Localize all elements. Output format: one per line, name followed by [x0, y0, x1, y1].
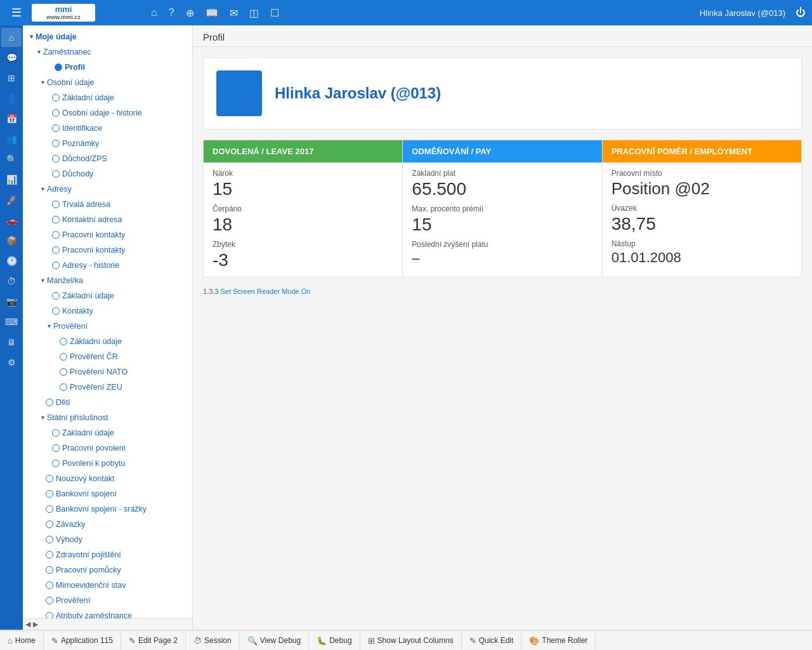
- footer-application-label: Application 115: [61, 636, 113, 645]
- tree-identifikace[interactable]: Identifikace: [23, 121, 192, 136]
- tree-zdravotni[interactable]: Zdravotní pojištění: [23, 547, 192, 562]
- tree-zakladni-statni[interactable]: Základní údaje: [23, 425, 192, 441]
- tree-vyhody[interactable]: Výhody: [23, 532, 192, 547]
- sidebar-search-icon[interactable]: 🔍: [1, 150, 22, 169]
- leaf-circle-27: [46, 551, 53, 559]
- tree-statni-label: Státní příslušnost: [47, 411, 190, 424]
- sidebar-chart-icon[interactable]: 📊: [1, 170, 22, 189]
- tree-pracovni-kontakty-1[interactable]: Pracovní kontakty: [23, 227, 192, 242]
- logout-icon[interactable]: ⏻: [796, 7, 806, 18]
- screen-reader-link[interactable]: Set Screen Reader Mode On: [221, 288, 311, 295]
- tree-atributy[interactable]: Atributy zaměstnance: [23, 608, 192, 618]
- tree-provereni-parent[interactable]: ▾ Prověření: [23, 319, 192, 334]
- sidebar-car-icon[interactable]: 🚗: [1, 211, 22, 230]
- sidebar-person-icon[interactable]: 👤: [1, 89, 22, 108]
- leaf-circle-8: [52, 216, 60, 223]
- screen2-nav-icon[interactable]: ☐: [270, 7, 279, 19]
- tree-kontakty-manzel[interactable]: Kontakty: [23, 303, 192, 319]
- tree-zavazky[interactable]: Závazky: [23, 517, 192, 532]
- tree-duchodzps[interactable]: Důchod/ZPS: [23, 151, 192, 166]
- footer-edit-page[interactable]: ✎ Edit Page 2: [121, 631, 186, 650]
- tree-kontaktni[interactable]: Kontaktní adresa: [23, 212, 192, 227]
- footer-layout-columns[interactable]: ⊞ Show Layout Columns: [360, 631, 462, 650]
- leaf-circle-16: [60, 368, 67, 376]
- hamburger-button[interactable]: ☰: [6, 3, 27, 22]
- sidebar-settings-icon[interactable]: ⚙: [1, 353, 22, 372]
- screen1-nav-icon[interactable]: ◫: [249, 7, 259, 19]
- tree-provereni-zeu[interactable]: Prověření ZEU: [23, 380, 192, 395]
- tree-provereni-cr[interactable]: Prověření ČR: [23, 349, 192, 364]
- tree-zakladni-manzel[interactable]: Základní údaje: [23, 288, 192, 303]
- info-cards: DOVOLENÁ / LEAVE 2017 Nárok 15 Čerpáno 1…: [203, 140, 802, 277]
- tree-adresy-label: Adresy: [47, 183, 190, 196]
- tree-adresy-historie[interactable]: Adresy - historie: [23, 258, 192, 273]
- tree-nouzovy[interactable]: Nouzový kontakt: [23, 471, 192, 486]
- sidebar-rocket-icon[interactable]: 🚀: [1, 190, 22, 209]
- footer-application[interactable]: ✎ Application 115: [44, 631, 121, 650]
- tree-zakladni-udaje-1[interactable]: Základní údaje: [23, 90, 192, 105]
- leaf-circle-19: [52, 429, 60, 437]
- footer-theme-roller[interactable]: 🎨 Theme Roller: [521, 631, 596, 650]
- tree-pracovni-povoleni[interactable]: Pracovní povolení: [23, 441, 192, 456]
- tree-mimoevidencni[interactable]: Mimoevidenční stav: [23, 578, 192, 593]
- tree-provereni-leaf[interactable]: Prověření: [23, 593, 192, 608]
- tree-povoleni-pobyt[interactable]: Povolení k pobytu: [23, 456, 192, 471]
- footer-view-debug[interactable]: 🔍 View Debug: [240, 631, 310, 650]
- sidebar-time-icon[interactable]: ⏱: [1, 272, 22, 291]
- tree-zakladni-provereni[interactable]: Základní údaje: [23, 334, 192, 349]
- sidebar-grid-icon[interactable]: ⊞: [1, 69, 22, 88]
- tree-zamestnanec[interactable]: ▾ Zaměstnanec: [23, 44, 192, 60]
- tree-pracovni-pomucky[interactable]: Pracovní pomůcky: [23, 562, 192, 578]
- footer-quick-edit[interactable]: ✎ Quick Edit: [462, 631, 522, 650]
- leaf-circle-18: [46, 399, 53, 406]
- sidebar-calendar-icon[interactable]: 📅: [1, 109, 22, 128]
- footer-session-label: Session: [204, 636, 232, 645]
- sidebar-box-icon[interactable]: 📦: [1, 231, 22, 250]
- leaf-circle-13: [52, 307, 60, 315]
- tree-bankovni-srazky[interactable]: Bankovní spojení - srážky: [23, 501, 192, 517]
- statni-toggle: ▾: [38, 413, 47, 423]
- home-nav-icon[interactable]: ⌂: [151, 7, 157, 18]
- mail-nav-icon[interactable]: ✉: [230, 7, 238, 19]
- apps-nav-icon[interactable]: ⊕: [186, 7, 194, 19]
- root-toggle-icon: ▾: [27, 32, 36, 42]
- tree-root[interactable]: ▾ Moje údaje: [23, 29, 192, 44]
- leaf-circle-9: [52, 231, 60, 239]
- sidebar-camera-icon[interactable]: 📷: [1, 292, 22, 311]
- tree-bankovni[interactable]: Bankovní spojení: [23, 486, 192, 501]
- sidebar-group-icon[interactable]: 👥: [1, 129, 22, 149]
- sidebar-chat-icon[interactable]: 💬: [1, 48, 22, 67]
- nav-prev-icon[interactable]: ◀: [25, 620, 30, 628]
- book-nav-icon[interactable]: 📖: [206, 7, 218, 19]
- leaf-circle-7: [52, 201, 60, 208]
- tree-trvala[interactable]: Trvalá adresa: [23, 197, 192, 212]
- tree-statni[interactable]: ▾ Státní příslušnost: [23, 410, 192, 425]
- tree-adresy[interactable]: ▾ Adresy: [23, 182, 192, 197]
- sidebar-clock-icon[interactable]: 🕐: [1, 251, 22, 270]
- help-nav-icon[interactable]: ?: [169, 7, 174, 18]
- tree-profil[interactable]: Profil: [23, 60, 192, 75]
- tree-provereni-nato[interactable]: Prověření NATO: [23, 364, 192, 380]
- leaf-circle-10: [52, 246, 60, 254]
- tree-osobni-label: Osobní údaje: [47, 76, 190, 89]
- tree-poznamky[interactable]: Poznámky: [23, 136, 192, 151]
- tree-duchody[interactable]: Důchody: [23, 166, 192, 182]
- leaf-circle-3: [52, 124, 60, 132]
- sidebar-code-icon[interactable]: ⌨: [1, 312, 22, 331]
- user-name-label[interactable]: Hlinka Jaroslav (@013): [700, 8, 785, 18]
- footer-home[interactable]: ⌂ Home: [0, 631, 44, 650]
- footer-session[interactable]: ⏱ Session: [186, 631, 240, 650]
- emp-nastup-value: 01.01.2008: [612, 249, 792, 266]
- tree-osobni-historie[interactable]: Osobní údaje - historie: [23, 105, 192, 121]
- nav-tree-scroll[interactable]: ▾ Moje údaje ▾ Zaměstnanec Profil ▾ Osob…: [23, 25, 192, 618]
- tree-manzelka-label: Manžel/ka: [47, 274, 190, 287]
- sidebar-screen-icon[interactable]: 🖥: [1, 333, 22, 352]
- tree-deti[interactable]: Děti: [23, 395, 192, 410]
- leave-zbytek-label: Zbytek: [213, 240, 393, 249]
- nav-next-icon[interactable]: ▶: [33, 620, 38, 628]
- tree-pracovni-kontakty-2[interactable]: Pracovní kontakty: [23, 242, 192, 258]
- sidebar-home-icon[interactable]: ⌂: [1, 28, 22, 47]
- tree-manzelka[interactable]: ▾ Manžel/ka: [23, 273, 192, 288]
- tree-osobni[interactable]: ▾ Osobní údaje: [23, 75, 192, 90]
- footer-debug[interactable]: 🐛 Debug: [309, 631, 360, 650]
